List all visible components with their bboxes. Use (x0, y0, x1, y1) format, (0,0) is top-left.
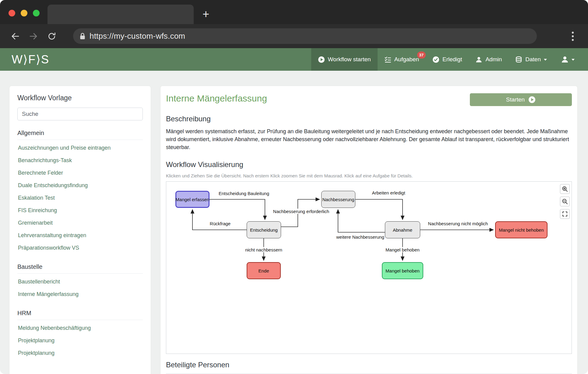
window-controls (9, 10, 40, 16)
edge-arbeiten-erledigt (355, 199, 403, 220)
play-circle-icon (318, 56, 325, 63)
zoom-out-icon (562, 198, 568, 205)
workflow-template-panel: Workflow Vorlage AllgemeinAuszeichnungen… (9, 86, 151, 374)
diagram-zoom-controls (560, 184, 570, 219)
workflow-node-mangel-erfassen[interactable]: Mangel erfassen (175, 191, 209, 208)
description-heading: Beschreibung (166, 115, 572, 123)
window-minimize-button[interactable] (21, 10, 27, 16)
sidebar-item-gremienarbeit[interactable]: Gremienarbeit (17, 217, 143, 229)
workflow-diagram-canvas[interactable]: Entscheidung BauleitungRückfrageNachbess… (166, 181, 572, 354)
zoom-out-button[interactable] (560, 197, 570, 206)
edge-rueckfrage (192, 209, 247, 230)
sidebar-item-benachrichtungs-task[interactable]: Benachrichtungs-Task (17, 154, 143, 167)
page-content: Workflow Vorlage AllgemeinAuszeichnungen… (0, 71, 588, 374)
edge-label-nachbesserung-nicht-moeglich: Nachbesserung nicht möglich (427, 221, 489, 226)
navbar-items: Workflow startenAufgaben37ErledigtAdminD… (311, 48, 554, 71)
forward-button[interactable] (27, 30, 40, 43)
nav-item-erledigt[interactable]: Erledigt (426, 48, 469, 71)
nav-item-label: Aufgaben (394, 56, 419, 63)
edge-label-nachbesserung-erforderlich: Nachbesserung erforderlich (272, 209, 330, 214)
detail-header: Interne Mängelerfassung Starten (166, 93, 572, 106)
sidebar-item-baustellenbericht[interactable]: Baustellenbericht (17, 276, 143, 288)
app-navbar: W⟩F⟩S Workflow startenAufgaben37Erledigt… (0, 48, 588, 71)
sidebar-item-berechnete-felder[interactable]: Berechnete Felder (17, 167, 143, 179)
sidebar-item-projektplanung[interactable]: Projektplanung (17, 334, 143, 347)
sidebar-item-meldung-nebenbeschäftigung[interactable]: Meldung Nebenbeschäftigung (17, 322, 143, 334)
kebab-menu-icon (572, 31, 574, 42)
forward-arrow-icon (29, 32, 38, 41)
nav-item-aufgaben[interactable]: Aufgaben37 (378, 48, 426, 71)
sidebar-item-eskalation-test[interactable]: Eskalation Test (17, 192, 143, 204)
browser-tab-strip: + (0, 0, 588, 24)
new-tab-button[interactable]: + (199, 7, 213, 21)
workflow-node-entscheidung[interactable]: Entscheidung (247, 221, 281, 238)
sidebar-section-hrm: HRMMeldung NebenbeschäftigungProjektplan… (17, 310, 143, 359)
window-close-button[interactable] (9, 10, 15, 16)
start-button-label: Starten (506, 96, 525, 103)
browser-tab[interactable] (48, 5, 194, 24)
user-icon (475, 56, 482, 63)
start-workflow-button[interactable]: Starten (470, 93, 572, 106)
zoom-in-icon (562, 186, 568, 192)
sidebar-item-lehrveranstaltung-eintragen[interactable]: Lehrveranstaltung eintragen (17, 229, 143, 242)
sidebar-section-baustelle: BaustelleBaustellenberichtInterne Mängel… (17, 263, 143, 301)
browser-toolbar: https://my-custom-wfs.com (0, 24, 588, 48)
fit-view-icon (562, 211, 568, 217)
sidebar-item-präparationsworkflow-vs[interactable]: Präparationsworkflow VS (17, 242, 143, 254)
sidebar-section-allgemein: AllgemeinAuszeichnungen und Preise eintr… (17, 130, 143, 254)
nav-item-label: Daten (525, 56, 541, 63)
sidebar-sections: AllgemeinAuszeichnungen und Preise eintr… (17, 130, 143, 359)
edge-entscheidung-bauleitung (209, 199, 265, 220)
chevron-down-icon (544, 59, 547, 62)
sidebar-item-fis-einreichung[interactable]: FIS Einreichung (17, 204, 143, 217)
sidebar-item-projektplanung[interactable]: Projektplanung (17, 347, 143, 359)
workflow-node-mangel-nicht-behoben[interactable]: Mangel nicht behoben (495, 221, 548, 238)
visualization-hint: Klicken und Ziehen Sie die Übersicht. Na… (166, 173, 572, 178)
workflow-node-nachbesserung[interactable]: Nachbesserung (321, 191, 355, 208)
edge-label-mangel-behoben-edge: Mangel behoben (384, 247, 421, 252)
nav-item-label: Workflow starten (328, 56, 371, 63)
reload-button[interactable] (45, 30, 58, 43)
edge-weitere-nachbesserung (338, 209, 385, 232)
task-count-badge: 37 (417, 52, 426, 59)
edge-label-rueckfrage: Rückfrage (209, 221, 232, 226)
edge-label-nicht-nachbessern: nicht nachbessern (244, 247, 283, 252)
workflow-node-abnahme[interactable]: Abnahme (385, 221, 420, 238)
database-icon (515, 56, 522, 63)
sidebar-title: Workflow Vorlage (17, 94, 143, 102)
workflow-detail-panel: Interne Mängelerfassung Starten Beschrei… (160, 86, 578, 374)
nav-item-label: Erledigt (442, 56, 462, 63)
zoom-fit-button[interactable] (560, 209, 570, 219)
sidebar-section-heading: Baustelle (17, 263, 143, 274)
visualization-heading: Workflow Visualisierung (166, 160, 572, 169)
edge-label-entscheidung-bauleitung: Entscheidung Bauleitung (217, 191, 270, 196)
url-text: https://my-custom-wfs.com (90, 31, 185, 41)
account-menu[interactable] (554, 48, 576, 71)
workflow-node-ende[interactable]: Ende (247, 262, 281, 279)
play-circle-icon (528, 96, 536, 103)
workflow-node-mangel-behoben[interactable]: Mangel behoben (382, 262, 423, 279)
sidebar-item-interne-mängelerfassung[interactable]: Interne Mängelerfassung (17, 288, 143, 301)
back-arrow-icon (11, 32, 20, 41)
reload-icon (47, 32, 56, 41)
back-button[interactable] (9, 30, 22, 43)
nav-item-admin[interactable]: Admin (469, 48, 509, 71)
check-circle-icon (432, 56, 439, 63)
nav-item-workflow-starten[interactable]: Workflow starten (311, 48, 378, 71)
window-zoom-button[interactable] (33, 10, 40, 16)
navbar-spacer (49, 48, 311, 71)
description-text: Mängel werden systematisch erfasst, zur … (166, 127, 572, 151)
nav-item-daten[interactable]: Daten (509, 48, 554, 71)
sidebar-item-auszeichnungen-und-preise-eintragen[interactable]: Auszeichnungen und Preise eintragen (17, 142, 143, 154)
sidebar-item-duale-entscheidungsfindung[interactable]: Duale Entscheidungsfindung (17, 179, 143, 192)
browser-menu-button[interactable] (566, 30, 579, 43)
zoom-in-button[interactable] (560, 184, 570, 194)
chevron-down-icon (572, 59, 575, 62)
page-title: Interne Mängelerfassung (166, 93, 267, 104)
sidebar-section-heading: Allgemein (17, 130, 143, 140)
list-check-icon (384, 56, 391, 63)
app-logo[interactable]: W⟩F⟩S (12, 48, 49, 71)
search-input[interactable] (17, 108, 143, 120)
address-bar[interactable]: https://my-custom-wfs.com (73, 28, 537, 44)
lock-icon (79, 32, 86, 40)
